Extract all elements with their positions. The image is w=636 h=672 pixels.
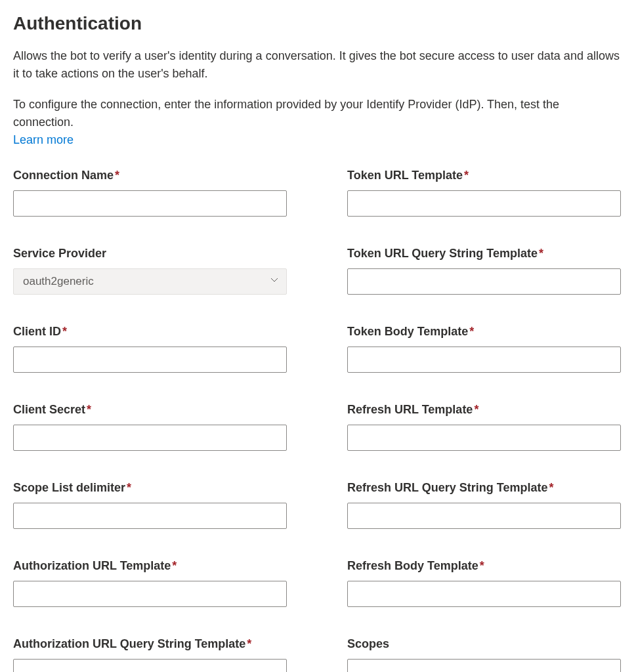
label-text: Token Body Template — [347, 325, 468, 338]
refresh-body-input[interactable] — [347, 581, 621, 607]
required-asterisk: * — [480, 559, 484, 572]
service-provider-select-wrap — [13, 268, 287, 295]
client-id-label: Client ID* — [13, 325, 287, 339]
field-token-url-query-template: Token URL Query String Template* — [347, 247, 621, 295]
scopes-input[interactable] — [347, 659, 621, 672]
label-text: Service Provider — [13, 247, 106, 260]
label-text: Connection Name — [13, 169, 114, 182]
required-asterisk: * — [549, 481, 553, 494]
token-url-template-input[interactable] — [347, 190, 621, 217]
label-text: Client Secret — [13, 403, 85, 416]
field-auth-url-query-template: Authorization URL Query String Template* — [13, 637, 287, 672]
field-scopes: Scopes — [347, 637, 621, 672]
client-id-input[interactable] — [13, 346, 287, 373]
field-connection-name: Connection Name* — [13, 169, 287, 217]
auth-url-query-input[interactable] — [13, 659, 287, 672]
required-asterisk: * — [474, 403, 478, 416]
field-refresh-url-template: Refresh URL Template* — [347, 403, 621, 451]
field-scope-list-delimiter: Scope List delimiter* — [13, 481, 287, 529]
field-service-provider: Service Provider — [13, 247, 287, 295]
label-text: Scopes — [347, 637, 389, 650]
label-text: Token URL Template — [347, 169, 463, 182]
learn-more-link[interactable]: Learn more — [13, 133, 74, 146]
refresh-body-label: Refresh Body Template* — [347, 559, 621, 573]
label-text: Refresh URL Query String Template — [347, 481, 547, 494]
label-text: Refresh Body Template — [347, 559, 478, 572]
auth-url-query-label: Authorization URL Query String Template* — [13, 637, 287, 651]
connection-name-input[interactable] — [13, 190, 287, 217]
intro-text-2: To configure the connection, enter the i… — [13, 96, 623, 149]
required-asterisk: * — [539, 247, 543, 260]
field-client-id: Client ID* — [13, 325, 287, 373]
label-text: Refresh URL Template — [347, 403, 473, 416]
form-left-column: Connection Name* Service Provider Client… — [13, 169, 287, 672]
service-provider-label: Service Provider — [13, 247, 287, 261]
field-client-secret: Client Secret* — [13, 403, 287, 451]
label-text: Authorization URL Query String Template — [13, 637, 245, 650]
form-columns: Connection Name* Service Provider Client… — [13, 169, 623, 672]
token-body-label: Token Body Template* — [347, 325, 621, 339]
field-token-url-template: Token URL Template* — [347, 169, 621, 217]
auth-url-template-label: Authorization URL Template* — [13, 559, 287, 573]
form-right-column: Token URL Template* Token URL Query Stri… — [347, 169, 621, 672]
token-url-query-label: Token URL Query String Template* — [347, 247, 621, 261]
required-asterisk: * — [469, 325, 474, 338]
label-text: Scope List delimiter — [13, 481, 125, 494]
scope-delimiter-input[interactable] — [13, 503, 287, 529]
refresh-url-template-label: Refresh URL Template* — [347, 403, 621, 417]
client-secret-input[interactable] — [13, 425, 287, 451]
label-text: Authorization URL Template — [13, 559, 171, 572]
scope-delimiter-label: Scope List delimiter* — [13, 481, 287, 495]
required-asterisk: * — [464, 169, 469, 182]
label-text: Client ID — [13, 325, 61, 338]
token-url-template-label: Token URL Template* — [347, 169, 621, 182]
required-asterisk: * — [115, 169, 119, 182]
refresh-url-query-input[interactable] — [347, 503, 621, 529]
service-provider-select[interactable] — [13, 268, 287, 295]
page-title: Authentication — [13, 13, 623, 34]
field-refresh-body-template: Refresh Body Template* — [347, 559, 621, 607]
scopes-label: Scopes — [347, 637, 621, 651]
connection-name-label: Connection Name* — [13, 169, 287, 182]
field-auth-url-template: Authorization URL Template* — [13, 559, 287, 607]
field-refresh-url-query-template: Refresh URL Query String Template* — [347, 481, 621, 529]
label-text: Token URL Query String Template — [347, 247, 538, 260]
client-secret-label: Client Secret* — [13, 403, 287, 417]
required-asterisk: * — [247, 637, 251, 650]
required-asterisk: * — [62, 325, 67, 338]
token-body-input[interactable] — [347, 346, 621, 373]
token-url-query-input[interactable] — [347, 268, 621, 295]
required-asterisk: * — [87, 403, 91, 416]
field-token-body-template: Token Body Template* — [347, 325, 621, 373]
auth-url-template-input[interactable] — [13, 581, 287, 607]
required-asterisk: * — [172, 559, 177, 572]
required-asterisk: * — [127, 481, 131, 494]
refresh-url-query-label: Refresh URL Query String Template* — [347, 481, 621, 495]
intro-text-1: Allows the bot to verify a user's identi… — [13, 47, 623, 83]
intro-text-2-body: To configure the connection, enter the i… — [13, 98, 559, 129]
refresh-url-template-input[interactable] — [347, 425, 621, 451]
